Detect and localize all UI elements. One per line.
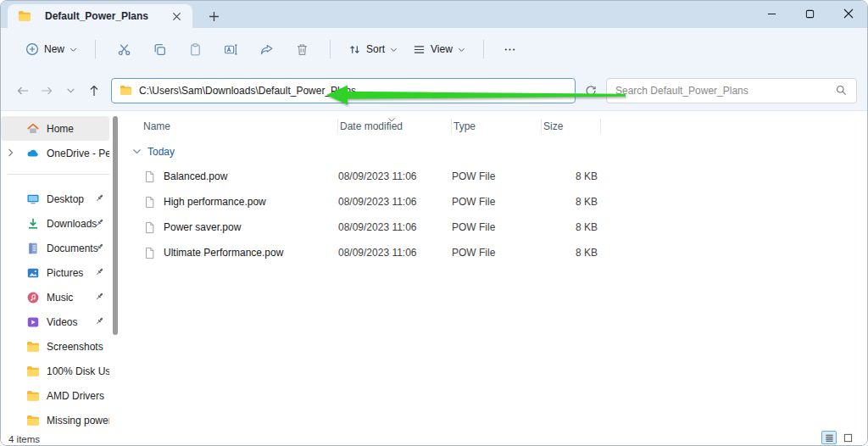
forward-icon[interactable] — [35, 79, 58, 103]
file-type: POW File — [452, 221, 542, 233]
sidebar-item-home[interactable]: Home — [1, 116, 109, 141]
chevron-right-icon[interactable] — [7, 148, 14, 160]
trash-icon — [295, 42, 309, 57]
back-icon[interactable] — [11, 79, 35, 103]
content-area: Home OneDrive - Perso Desktop Downloads … — [1, 111, 867, 432]
sidebar-item-desktop[interactable]: Desktop — [1, 187, 109, 211]
sidebar-item-downloads[interactable]: Downloads — [1, 211, 109, 236]
pin-icon — [94, 315, 105, 329]
delete-button[interactable] — [284, 35, 320, 64]
explorer-tab[interactable]: Default_Power_Plans — [8, 4, 192, 28]
scissors-icon — [117, 42, 131, 57]
address-bar[interactable]: C:\Users\Sam\Downloads\Default_Power_Pla… — [111, 78, 576, 103]
file-type: POW File — [452, 247, 542, 259]
sidebar-item-amd-drivers[interactable]: AMD Drivers — [1, 383, 109, 408]
close-icon[interactable] — [829, 1, 867, 26]
file-icon — [143, 221, 156, 234]
search-input[interactable] — [615, 85, 835, 97]
search-box[interactable] — [606, 78, 857, 103]
sort-indicator-icon — [387, 112, 396, 127]
sidebar-item-onedrive[interactable]: OneDrive - Perso — [1, 141, 109, 165]
recent-locations-icon[interactable] — [58, 79, 82, 103]
sidebar-item-label: OneDrive - Perso — [47, 148, 109, 159]
file-row[interactable]: Power saver.pow 08/09/2023 11:06 POW Fil… — [142, 215, 867, 240]
minimize-icon[interactable] — [753, 1, 791, 26]
column-header-size[interactable]: Size — [542, 119, 601, 134]
file-row[interactable]: Balanced.pow 08/09/2023 11:06 POW File 8… — [142, 164, 867, 189]
paste-button[interactable] — [177, 35, 213, 64]
file-icon — [143, 196, 156, 209]
music-icon — [26, 291, 40, 304]
sidebar-item-missing-power-plans[interactable]: Missing power p — [1, 408, 109, 432]
sidebar-scrollbar[interactable] — [113, 116, 118, 335]
toolbar-separator — [330, 40, 331, 59]
sidebar-item-documents[interactable]: Documents — [1, 236, 109, 260]
chevron-down-icon — [458, 46, 465, 53]
search-icon — [835, 84, 848, 97]
rename-button[interactable] — [213, 35, 248, 64]
maximize-icon[interactable] — [791, 1, 829, 26]
file-date: 08/09/2023 11:06 — [338, 221, 452, 233]
navigation-pane: Home OneDrive - Perso Desktop Downloads … — [1, 111, 125, 432]
status-bar: 4 items — [1, 432, 867, 446]
sidebar-item-music[interactable]: Music — [1, 285, 109, 309]
tab-title: Default_Power_Plans — [45, 10, 160, 22]
refresh-icon[interactable] — [578, 79, 604, 103]
sidebar-item-label: Home — [47, 123, 109, 135]
sort-button[interactable]: Sort — [341, 35, 405, 64]
file-size: 8 KB — [542, 221, 601, 233]
sidebar-item-screenshots[interactable]: Screenshots — [1, 334, 109, 359]
up-icon[interactable] — [82, 79, 106, 103]
file-name: Ultimate Performance.pow — [164, 247, 283, 259]
sidebar-item-label: Screenshots — [47, 341, 109, 353]
file-date: 08/09/2023 11:06 — [338, 196, 452, 208]
pin-icon — [94, 291, 105, 304]
file-name: Power saver.pow — [164, 221, 241, 233]
titlebar: Default_Power_Plans — [1, 1, 867, 28]
documents-icon — [26, 242, 40, 255]
copy-button[interactable] — [142, 35, 177, 64]
downloads-icon — [26, 217, 40, 231]
details-view-icon[interactable] — [821, 431, 837, 444]
chevron-down-icon — [390, 46, 398, 53]
file-list: Name Date modified Type Size Today Balan… — [125, 111, 867, 432]
new-button-label: New — [44, 43, 64, 55]
tab-close-icon[interactable] — [167, 7, 186, 25]
share-button[interactable] — [248, 35, 284, 64]
sidebar-item-videos[interactable]: Videos — [1, 309, 109, 334]
sort-arrows-icon — [348, 43, 361, 56]
sidebar-item-pictures[interactable]: Pictures — [1, 260, 109, 285]
cut-button[interactable] — [106, 35, 142, 64]
share-icon — [259, 42, 274, 57]
pictures-icon — [26, 266, 40, 280]
sidebar-item-100-disk-usage[interactable]: 100% Disk Usag — [1, 359, 109, 383]
file-size: 8 KB — [542, 196, 601, 208]
plus-circle-icon — [25, 42, 39, 56]
file-row[interactable]: High performance.pow 08/09/2023 11:06 PO… — [142, 189, 867, 215]
sidebar-item-label: Missing power p — [47, 415, 109, 426]
file-date: 08/09/2023 11:06 — [338, 247, 452, 259]
file-name: Balanced.pow — [164, 170, 227, 182]
sort-button-label: Sort — [366, 43, 385, 55]
large-icons-view-icon[interactable] — [840, 431, 855, 444]
column-header-name[interactable]: Name — [142, 119, 338, 134]
see-more-icon[interactable] — [494, 35, 526, 64]
new-tab-icon[interactable] — [204, 7, 223, 25]
folder-icon — [26, 389, 40, 403]
folder-icon — [26, 414, 40, 427]
sidebar-item-label: 100% Disk Usag — [47, 365, 109, 377]
desktop-icon — [26, 192, 40, 206]
new-button[interactable]: New — [18, 35, 85, 64]
toolbar-separator — [483, 40, 484, 59]
items-count: 4 items — [8, 434, 40, 444]
window-controls — [753, 1, 867, 28]
column-header-date-modified[interactable]: Date modified — [338, 119, 452, 134]
videos-icon — [26, 315, 40, 329]
group-header-today[interactable]: Today — [132, 140, 867, 164]
column-header-type[interactable]: Type — [452, 119, 542, 134]
file-name-cell: Balanced.pow — [142, 170, 338, 183]
view-button[interactable]: View — [405, 35, 473, 64]
file-row[interactable]: Ultimate Performance.pow 08/09/2023 11:0… — [142, 240, 867, 265]
folder-icon — [18, 9, 31, 23]
pin-icon — [94, 217, 105, 231]
